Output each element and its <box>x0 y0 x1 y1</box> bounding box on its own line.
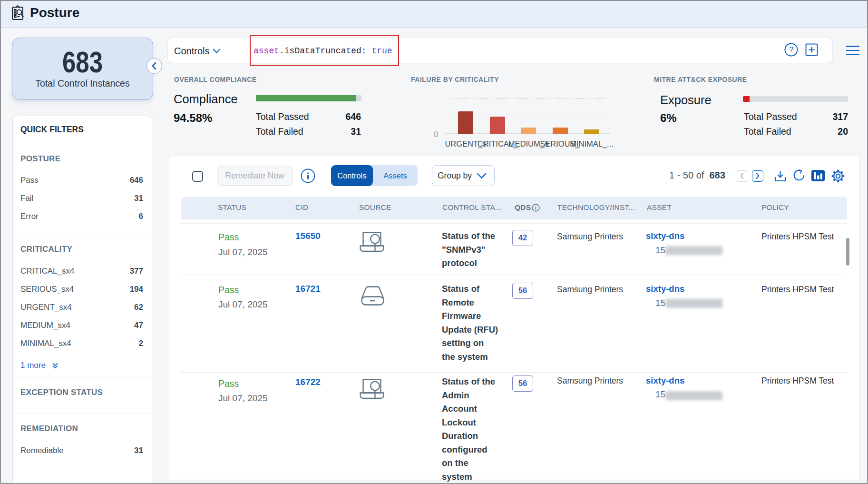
svg-text:?: ? <box>789 46 793 54</box>
